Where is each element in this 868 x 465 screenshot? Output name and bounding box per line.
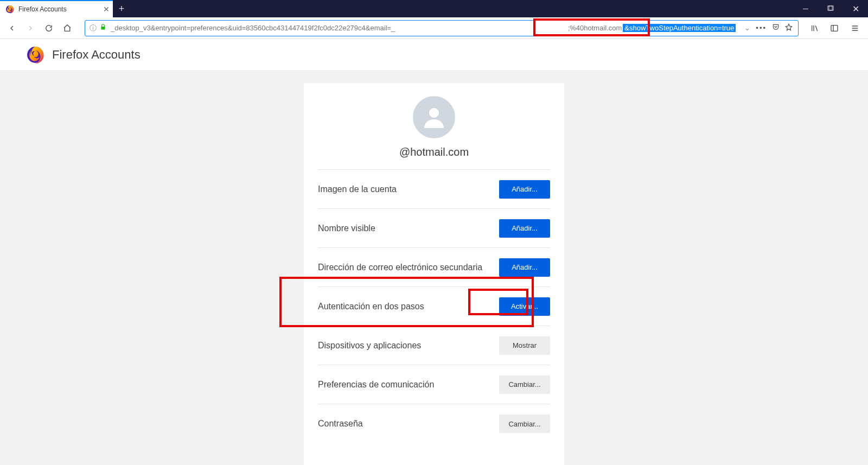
row-label: Dispositivos y aplicaciones [318,341,421,351]
menu-button[interactable] [845,20,865,37]
add-secondary-email-button[interactable]: Añadir... [499,258,550,277]
lock-icon [100,24,106,32]
row-display-name: Nombre visible Añadir... [318,209,550,248]
add-display-name-button[interactable]: Añadir... [499,219,550,238]
page-header: Firefox Accounts [0,39,868,71]
library-button[interactable] [805,20,825,37]
change-password-button[interactable]: Cambiar... [499,415,550,433]
page-title: Firefox Accounts [52,48,141,62]
browser-tab[interactable]: Firefox Accounts ✕ [0,0,113,17]
minimize-button[interactable] [793,0,818,17]
change-comm-prefs-button[interactable]: Cambiar... [499,375,550,394]
row-label: Contraseña [318,419,363,429]
maximize-button[interactable] [818,0,843,17]
home-button[interactable] [59,20,76,37]
pocket-icon[interactable] [772,23,780,33]
reload-button[interactable] [40,20,58,37]
row-account-image: Imagen de la cuenta Añadir... [318,170,550,209]
info-icon: ⓘ [90,23,97,33]
row-label: Nombre visible [318,224,375,233]
row-two-step-auth: Autenticación en dos pasos Activar... [318,287,550,326]
window-controls: ✕ [793,0,868,17]
row-devices: Dispositivos y aplicaciones Mostrar [318,326,550,365]
url-bar-actions: ⌄ ••• [739,23,798,33]
account-email: @hotmail.com [318,146,550,158]
forward-button[interactable] [22,20,39,37]
firefox-favicon [5,5,14,14]
url-text-left: _desktop_v3&entrypoint=preferences&uid=8… [111,24,568,32]
url-bar[interactable]: ⓘ _desktop_v3&entrypoint=preferences&uid… [85,20,799,36]
back-button[interactable] [3,20,21,37]
page-actions-icon[interactable]: ••• [756,24,767,32]
sidebar-button[interactable] [825,20,844,37]
url-text-highlight: &showTwoStepAuthentication=true [623,24,736,32]
row-password: Contraseña Cambiar... [318,404,550,443]
activate-two-step-button[interactable]: Activar... [499,297,550,316]
svg-rect-2 [828,6,832,10]
row-label: Dirección de correo electrónico secundar… [318,263,482,272]
show-devices-button[interactable]: Mostrar [499,336,550,355]
settings-card: @hotmail.com Imagen de la cuenta Añadir.… [304,83,564,465]
close-tab-icon[interactable]: ✕ [103,5,110,13]
close-window-button[interactable]: ✕ [843,0,868,17]
svg-rect-3 [829,6,833,10]
row-secondary-email: Dirección de correo electrónico secundar… [318,248,550,287]
svg-rect-1 [803,9,808,9]
firefox-logo [26,46,44,64]
svg-point-6 [429,108,439,118]
dropdown-history-icon[interactable]: ⌄ [744,24,750,32]
add-image-button[interactable]: Añadir... [499,180,550,199]
svg-rect-4 [831,25,838,31]
titlebar: Firefox Accounts ✕ + ✕ [0,0,868,17]
bookmark-star-icon[interactable] [785,23,793,33]
row-label: Autenticación en dos pasos [318,302,424,311]
row-comm-prefs: Preferencias de comunicación Cambiar... [318,365,550,404]
url-text-mid: ;%40hotmail.com [568,24,623,32]
tab-title: Firefox Accounts [18,5,67,13]
row-label: Imagen de la cuenta [318,184,397,194]
url-identity[interactable]: ⓘ [85,23,111,33]
avatar-placeholder [413,96,455,138]
new-tab-button[interactable]: + [113,0,130,17]
row-label: Preferencias de comunicación [318,380,434,390]
nav-toolbar: ⓘ _desktop_v3&entrypoint=preferences&uid… [0,17,868,39]
content-area: @hotmail.com Imagen de la cuenta Añadir.… [0,71,868,465]
